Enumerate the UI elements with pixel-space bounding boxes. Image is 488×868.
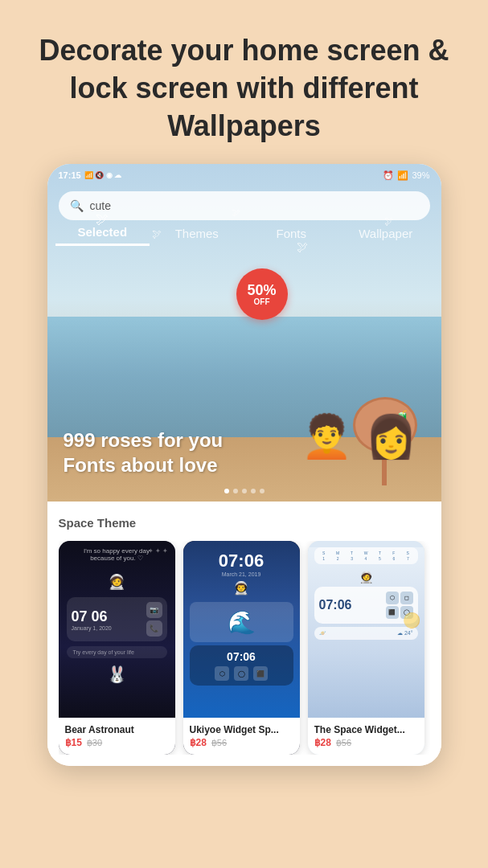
card2-bottom-icons: ⬡ ◯ ⬛ [195,666,289,681]
search-bar[interactable]: 🔍 cute [59,191,430,220]
card2-info: Ukiyoe Widget Sp... ฿28 ฿56 [183,718,300,755]
card3-price: ฿28 ฿56 [314,737,418,748]
card2-icon2: ◯ [234,666,248,681]
card1-taskbar-text: Try every day of your life [73,649,134,655]
alarm-icon: ⏰ [383,170,394,181]
sale-badge: 50% OFF [236,268,288,320]
card2-price-old: ฿56 [211,738,227,748]
card1-stars: ✦ ✦ ✦ [148,547,168,555]
status-time: 17:15 [59,170,81,180]
card2-icon1: ⬡ [215,666,229,681]
card1-time-display: 07 06 January 1, 2020 [72,608,112,631]
banner-area: 🕊 🕊 🕊 🕊 🕊 🧃 🌸 🧑‍🦱 👩 [47,164,441,502]
card1-image: I'm so happy every daybecause of you. ♡ … [59,541,175,718]
card1-camera-icon: 📷 [146,602,162,618]
cal-d5: 5 [373,556,386,561]
card3-image: S M T W T F S 1 2 3 [308,541,424,718]
card1-background: I'm so happy every daybecause of you. ♡ … [59,541,175,718]
cal-w1: W [359,551,372,555]
card2-planet-emoji: 🌊 [228,609,256,636]
cal-d7: 7 [401,556,414,561]
card1-date: January 1, 2020 [72,625,112,631]
theme-card-1[interactable]: I'm so happy every daybecause of you. ♡ … [59,541,175,755]
hero-section: Decorate your home screen & lock screen … [0,0,488,164]
card1-price-old: ฿30 [87,738,102,748]
card2-astronaut: 👨‍🚀 [183,577,300,599]
tab-fonts[interactable]: Fonts [244,227,339,245]
hero-title: Decorate your home screen & lock screen … [0,0,488,164]
card3-icon2: ◻ [400,592,413,604]
cal-f1: F [388,551,400,555]
sale-percent: 50% [247,283,276,297]
card2-image: 07:06 March 21, 2019 👨‍🚀 🌊 07:06 [183,541,300,718]
character-left: 🧑‍🦱 [301,416,353,457]
search-text: cute [90,199,111,212]
card3-name: The Space Widget... [314,724,418,735]
card3-astronaut: 🧑‍🚀 [308,571,424,583]
theme-cards-row: I'm so happy every daybecause of you. ♡ … [59,541,430,755]
card1-name: Bear Astronaut [65,724,169,735]
card3-calendar-widget: S M T W T F S 1 2 3 [314,547,418,564]
card1-phone-icon: 📞 [146,620,162,637]
card2-name: Ukiyoe Widget Sp... [190,724,293,735]
card2-price: ฿28 ฿56 [190,737,293,748]
status-bar-left: 17:15 📶 🔇 ◉ ☁ [59,170,122,180]
tab-themes[interactable]: Themes [150,227,244,245]
banner-content: 999 roses for you Fonts about love [64,428,223,477]
card2-price-new: ฿28 [190,737,207,748]
dot-3 [242,489,247,493]
nav-tabs: Selected Themes Fonts Wallpaper [47,225,441,246]
banner-dots [47,489,441,493]
card2-time: 07:06 [183,541,300,571]
card1-price: ฿15 ฿30 [65,737,169,748]
tab-wallpaper[interactable]: Wallpaper [338,227,433,245]
card1-app-icons: 📷 📞 [146,602,162,637]
card3-price-old: ฿56 [336,738,351,748]
status-icons: 📶 🔇 ◉ ☁ [84,171,122,179]
card1-taskbar: Try every day of your life [67,646,167,658]
tab-selected[interactable]: Selected [55,225,150,246]
dot-4 [251,489,256,493]
card1-clock-widget: 07 06 January 1, 2020 📷 📞 [67,597,167,641]
dot-5 [260,489,265,493]
bottom-spacing [0,766,488,798]
cal-d4: 4 [359,556,372,561]
card2-bottom-widget: 07:06 ⬡ ◯ ⬛ [190,645,293,686]
wifi-icon: 📶 [397,170,408,181]
cal-s2: S [401,551,414,555]
cal-d3: 3 [345,556,358,561]
card1-price-new: ฿15 [65,737,82,748]
card3-calendar-grid: S M T W T F S 1 2 3 [318,551,415,561]
cal-d2: 2 [331,556,344,561]
theme-card-3[interactable]: S M T W T F S 1 2 3 [308,541,424,755]
cal-d1: 1 [318,556,330,561]
battery-status: 39% [412,170,429,180]
card3-info: The Space Widget... ฿28 ฿56 [308,718,424,755]
cal-s1: S [318,551,330,555]
card3-icon1: ⬡ [386,592,399,604]
section-title: Space Theme [59,516,430,530]
cal-d6: 6 [388,556,400,561]
cal-t2: T [373,551,386,555]
card3-background: S M T W T F S 1 2 3 [308,547,424,718]
banner-title-line2: Fonts about love [64,452,223,477]
dot-2 [233,489,238,493]
theme-card-2[interactable]: 07:06 March 21, 2019 👨‍🚀 🌊 07:06 [183,541,300,755]
phone-inner: 🕊 🕊 🕊 🕊 🕊 🧃 🌸 🧑‍🦱 👩 [47,164,441,766]
dot-1 [224,489,229,493]
card2-wave-widget: 🌊 [190,602,293,642]
banner-title-line1: 999 roses for you [64,428,223,452]
character-right: 👩 [365,416,417,457]
card3-weather: ☁ 24° [397,630,413,637]
card1-top-text: I'm so happy every daybecause of you. ♡ [59,541,175,571]
sale-off: OFF [254,297,270,306]
card3-icon3: ⬛ [386,606,399,619]
card2-date: March 21, 2019 [183,571,300,577]
status-bar: 17:15 📶 🔇 ◉ ☁ ⏰ 📶 39% [47,164,441,186]
card3-price-new: ฿28 [314,737,331,748]
content-section: Space Theme I'm so happy every daybecaus… [47,502,441,766]
card3-clock-left: 07:06 [319,598,352,612]
card2-icon3: ⬛ [253,666,268,681]
card1-rabbit: 🐰 [59,661,175,687]
card3-planet-small: 🪐 [319,630,326,637]
